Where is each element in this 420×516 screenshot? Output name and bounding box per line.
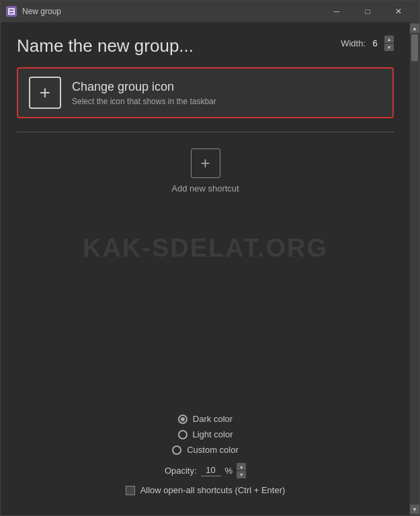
add-shortcut-area: + Add new shortcut <box>17 148 394 194</box>
opacity-unit: % <box>225 466 233 476</box>
scrollbar: ▲ ▼ <box>410 22 419 515</box>
dark-color-label: Dark color <box>193 414 233 424</box>
header-row: Name the new group... Width: 6 ▲ ▼ <box>17 36 394 56</box>
custom-color-option[interactable]: Custom color <box>172 445 239 455</box>
window-controls: ─ □ ✕ <box>321 1 414 22</box>
maximize-button[interactable]: □ <box>352 1 383 22</box>
add-shortcut-button[interactable]: + <box>191 148 220 178</box>
opacity-value: 10 <box>201 465 221 476</box>
opacity-decrement-button[interactable]: ▼ <box>237 471 246 478</box>
width-label: Width: <box>341 38 366 48</box>
opacity-row: Opacity: 10 % ▲ ▼ <box>165 463 246 478</box>
light-color-option[interactable]: Light color <box>178 429 233 439</box>
width-spinner: ▲ ▼ <box>384 36 394 51</box>
width-control: Width: 6 ▲ ▼ <box>341 36 394 51</box>
allow-open-all-row[interactable]: Allow open-all shortcuts (Ctrl + Enter) <box>126 485 286 495</box>
change-icon-text: Change group icon Select the icon that s… <box>72 80 216 106</box>
scroll-down-button[interactable]: ▼ <box>410 505 419 514</box>
custom-color-label: Custom color <box>187 445 239 455</box>
change-icon-plus-icon: + <box>29 77 61 109</box>
change-icon-subtitle: Select the icon that shows in the taskba… <box>72 97 216 106</box>
divider <box>17 132 394 132</box>
opacity-spinner: ▲ ▼ <box>237 463 246 478</box>
window: New group ─ □ ✕ Name the new group... Wi… <box>0 0 420 516</box>
dark-color-option[interactable]: Dark color <box>178 414 233 424</box>
scroll-thumb[interactable] <box>411 34 418 61</box>
title-bar: New group ─ □ ✕ <box>1 1 419 22</box>
change-group-icon-button[interactable]: + Change group icon Select the icon that… <box>17 67 394 118</box>
opacity-label: Opacity: <box>165 466 197 476</box>
close-button[interactable]: ✕ <box>383 1 414 22</box>
change-icon-title: Change group icon <box>72 80 216 94</box>
width-decrement-button[interactable]: ▼ <box>384 44 394 51</box>
add-shortcut-label: Add new shortcut <box>171 183 239 194</box>
scroll-track[interactable] <box>410 33 419 505</box>
opacity-increment-button[interactable]: ▲ <box>237 463 246 470</box>
scroll-up-button[interactable]: ▲ <box>410 24 419 33</box>
bottom-area: Dark color Light color Custom color Opac… <box>17 414 394 502</box>
content-area: Name the new group... Width: 6 ▲ ▼ + Cha… <box>1 22 419 515</box>
allow-open-all-checkbox[interactable] <box>126 486 135 495</box>
allow-open-all-label: Allow open-all shortcuts (Ctrl + Enter) <box>140 485 286 495</box>
width-value: 6 <box>370 38 380 48</box>
light-color-radio[interactable] <box>178 430 187 439</box>
app-icon <box>6 6 17 17</box>
watermark: KAK-SDELAT.ORG <box>17 234 394 263</box>
dark-color-radio[interactable] <box>178 415 187 424</box>
group-name-title: Name the new group... <box>17 36 194 56</box>
window-title: New group <box>22 7 316 16</box>
color-options: Dark color Light color Custom color <box>172 414 239 455</box>
main-content: Name the new group... Width: 6 ▲ ▼ + Cha… <box>1 22 410 515</box>
width-increment-button[interactable]: ▲ <box>384 36 394 43</box>
light-color-label: Light color <box>193 429 233 439</box>
custom-color-radio[interactable] <box>172 445 181 455</box>
minimize-button[interactable]: ─ <box>321 1 352 22</box>
